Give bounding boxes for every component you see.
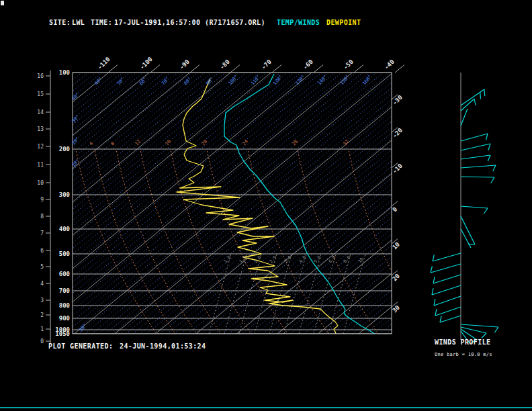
svg-text:10: 10 — [37, 180, 44, 186]
svg-text:5: 5 — [40, 264, 44, 270]
site-value: LWL — [72, 19, 85, 26]
svg-text:11: 11 — [37, 162, 44, 168]
svg-text:14: 14 — [37, 109, 44, 116]
svg-text:3: 3 — [40, 298, 44, 304]
svg-text:100: 100 — [59, 69, 70, 76]
svg-text:7: 7 — [40, 230, 44, 236]
time-label: TIME: — [91, 19, 112, 26]
svg-text:160°: 160° — [361, 74, 373, 86]
svg-text:-50: -50 — [342, 58, 355, 71]
svg-text:20: 20 — [391, 273, 401, 283]
svg-text:110°: 110° — [250, 74, 261, 86]
svg-text:28: 28 — [292, 139, 300, 147]
svg-text:150°: 150° — [339, 74, 351, 86]
winds-profile-title: WINDS PROFILE — [435, 338, 490, 346]
svg-text:8: 8 — [110, 141, 116, 146]
chart-grid — [0, 73, 532, 336]
plot-generated-label: PLOT GENERATED: — [48, 342, 113, 350]
svg-text:16: 16 — [37, 73, 44, 79]
svg-text:2: 2 — [40, 312, 44, 318]
sounding-screen: 1002003004005006007008009001000105016151… — [0, 0, 532, 411]
svg-text:100°: 100° — [228, 74, 239, 86]
svg-text:30°: 30° — [79, 323, 88, 333]
svg-text:32: 32 — [343, 139, 351, 147]
svg-text:8: 8 — [40, 214, 44, 220]
axis-labels: 1002003004005006007008009001000105016151… — [37, 56, 404, 345]
svg-text:70°: 70° — [161, 77, 170, 87]
svg-text:-60: -60 — [302, 58, 314, 71]
svg-text:60°: 60° — [138, 77, 148, 87]
winds-barb-scale: One barb = 10.0 m/s — [435, 352, 492, 357]
svg-text:-100: -100 — [138, 56, 153, 71]
svg-text:-30: -30 — [391, 94, 404, 107]
svg-text:1050: 1050 — [55, 330, 70, 337]
svg-text:4: 4 — [40, 281, 44, 287]
svg-text:24: 24 — [242, 139, 250, 147]
svg-text:16: 16 — [165, 139, 173, 147]
svg-text:1: 1 — [40, 326, 44, 332]
svg-text:400: 400 — [59, 226, 70, 232]
svg-text:30: 30 — [391, 304, 401, 314]
time-value: 17-JUL-1991,16:57:00 — [114, 19, 200, 26]
svg-text:-110: -110 — [96, 56, 111, 71]
svg-text:-20: -20 — [391, 127, 404, 140]
site-label: SITE: — [49, 19, 71, 26]
svg-text:6: 6 — [40, 248, 44, 254]
svg-text:9: 9 — [40, 197, 44, 203]
bottom-border-line — [0, 407, 532, 408]
svg-text:800: 800 — [59, 302, 70, 309]
plot-generated-value: 24-JUN-1994,01:53:24 — [120, 342, 206, 350]
svg-text:20: 20 — [201, 139, 209, 147]
legend-dewpoint: DEWPOINT — [326, 19, 361, 26]
winds-profile — [431, 73, 498, 343]
svg-text:-80: -80 — [218, 58, 231, 71]
svg-text:0: 0 — [40, 338, 44, 345]
svg-text:0: 0 — [391, 206, 398, 214]
svg-text:50°: 50° — [116, 77, 126, 87]
svg-text:700: 700 — [59, 287, 70, 294]
svg-text:300: 300 — [59, 191, 70, 198]
cursor-dot — [1, 1, 4, 5]
svg-text:-70: -70 — [260, 58, 273, 71]
svg-text:900: 900 — [59, 315, 70, 322]
trace-temp-winds — [224, 74, 378, 336]
svg-text:200: 200 — [59, 146, 70, 152]
file-name: (R7171657.ORL) — [205, 19, 265, 26]
svg-text:500: 500 — [59, 250, 70, 257]
svg-text:10: 10 — [391, 241, 401, 251]
svg-text:120°: 120° — [272, 74, 283, 86]
svg-text:15: 15 — [37, 91, 44, 97]
svg-text:-40: -40 — [383, 58, 396, 71]
svg-text:90°: 90° — [206, 77, 215, 87]
svg-text:-10: -10 — [391, 163, 404, 175]
svg-text:4: 4 — [89, 141, 95, 146]
svg-text:12: 12 — [37, 144, 44, 150]
legend-temp-winds: TEMP/WINDS — [277, 19, 320, 26]
svg-text:-90: -90 — [178, 58, 191, 71]
svg-text:13: 13 — [37, 126, 44, 132]
svg-text:140°: 140° — [317, 74, 328, 86]
svg-text:12: 12 — [134, 139, 142, 147]
svg-text:600: 600 — [59, 271, 70, 277]
